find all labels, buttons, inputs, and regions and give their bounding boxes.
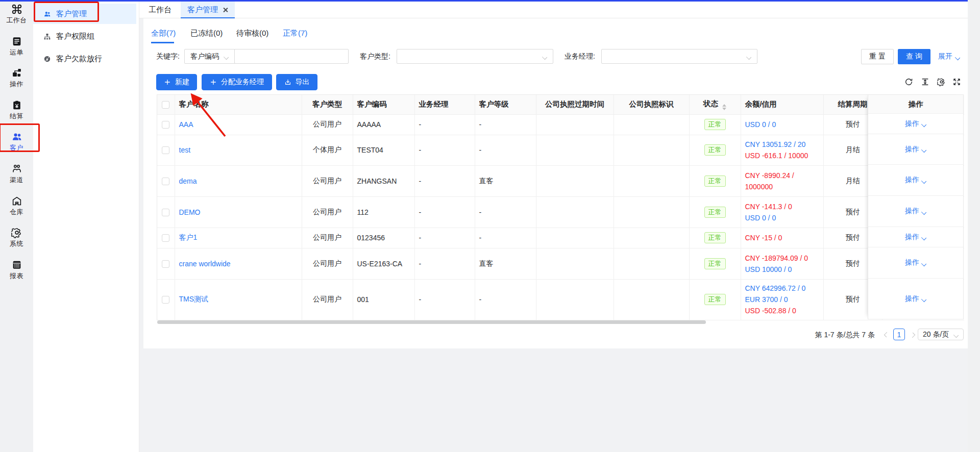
settings-icon[interactable] (937, 78, 946, 86)
balance-line: CNY 13051.92 / 20 (745, 139, 819, 150)
sidebar-item-1[interactable]: 客户管理 (33, 4, 136, 24)
customer-name-link[interactable]: dema (179, 177, 197, 185)
pagination-total: 第 1-7 条/总共 7 条 (815, 329, 875, 341)
status-badge: 正常 (704, 144, 726, 156)
sidebar-item-3[interactable]: 客户欠款放行 (33, 48, 136, 69)
balance-line: CNY -8990.24 / 1000000 (745, 170, 819, 192)
row-action-dropdown[interactable]: 操作 (905, 119, 926, 129)
manager-select[interactable] (601, 49, 757, 64)
cell-type: 公司用户 (302, 196, 353, 228)
customer-type-select[interactable] (397, 49, 553, 64)
status-tab-4[interactable]: 正常(7) (283, 28, 307, 39)
column-header-grade: 客户等级 (475, 95, 536, 114)
column-header-label: 结算周期 (838, 100, 868, 108)
expand-link[interactable]: 展开 (938, 49, 960, 64)
cell-text: 预付 (846, 295, 860, 303)
cell-checkbox (157, 165, 175, 196)
cell-balance: CNY 642996.72 / 0EUR 3700 / 0USD -502.88… (741, 279, 823, 320)
rail-item-6[interactable]: 渠道 (0, 161, 33, 193)
cell-balance: CNY -141.3 / 0USD 0 / 0 (741, 196, 823, 228)
table-row: AAA公司用户AAAAA--正常USD 0 / 0预付 (157, 114, 964, 135)
cell-license_expire (536, 135, 614, 165)
sort-icon[interactable] (722, 104, 726, 110)
rail-item-1[interactable]: 工作台 (0, 2, 33, 34)
workspace-tab-1[interactable]: 工作台 (139, 2, 181, 18)
chevron-down-icon (922, 261, 926, 265)
row-checkbox[interactable] (162, 234, 169, 242)
rail-item-2[interactable]: 运单 (0, 34, 33, 66)
sidebar-item-2[interactable]: 客户权限组 (33, 26, 136, 46)
close-icon[interactable] (223, 7, 228, 13)
customer-name-link[interactable]: crane worldwide (179, 260, 231, 268)
chevron-down-icon (922, 178, 926, 183)
fullscreen-icon[interactable] (952, 78, 961, 86)
customer-type-label: 客户类型: (360, 49, 390, 64)
sidebar-item-label: 客户管理 (56, 9, 87, 19)
row-action-dropdown[interactable]: 操作 (905, 145, 926, 154)
status-tab-2[interactable]: 已冻结(0) (190, 28, 223, 39)
refresh-icon[interactable] (904, 78, 913, 86)
action-cell: 操作 (868, 247, 963, 279)
cell-license_expire (536, 114, 614, 135)
table-row: dema公司用户ZHANGSAN-直客正常CNY -8990.24 / 1000… (157, 165, 964, 196)
rail-item-7[interactable]: 仓库 (0, 193, 33, 225)
table-horizontal-scrollbar[interactable] (157, 320, 706, 324)
column-height-icon[interactable] (921, 78, 929, 86)
workspace-tab-2[interactable]: 客户管理 (181, 2, 235, 18)
row-action-dropdown[interactable]: 操作 (905, 258, 926, 267)
row-checkbox[interactable] (162, 209, 169, 216)
action-label: 操作 (905, 175, 919, 185)
prev-page-button[interactable] (881, 329, 893, 341)
cell-text: - (419, 208, 422, 216)
reset-button[interactable]: 重 置 (861, 49, 894, 64)
page-size-select[interactable]: 20 条/页 (918, 329, 964, 340)
current-page-button[interactable]: 1 (893, 329, 905, 340)
row-checkbox[interactable] (162, 121, 169, 129)
column-header-name: 客户名称 (175, 95, 302, 114)
rail-item-4[interactable]: 结算 (0, 97, 33, 130)
balance-line: USD -616.1 / 10000 (745, 150, 819, 161)
row-action-dropdown[interactable]: 操作 (905, 233, 926, 242)
row-action-dropdown[interactable]: 操作 (905, 294, 926, 304)
app-root: 工作台运单操作结算客户渠道仓库系统报表 客户管理客户权限组客户欠款放行 工作台客… (0, 0, 980, 452)
workbench-icon (11, 3, 23, 15)
cell-balance: CNY -189794.09 / 0USD 10000 / 0 (741, 248, 823, 279)
row-action-dropdown[interactable]: 操作 (905, 207, 926, 216)
row-checkbox[interactable] (162, 296, 169, 304)
row-checkbox[interactable] (162, 146, 169, 154)
column-header-license_expire: 公司执照过期时间 (536, 95, 614, 114)
status-tab-active-underline (151, 42, 174, 43)
cell-text: US-E2163-CA (357, 260, 403, 268)
search-button[interactable]: 查 询 (898, 49, 930, 64)
column-header-label: 业务经理 (419, 100, 449, 108)
customers-icon (11, 131, 23, 143)
rail-item-8[interactable]: 系统 (0, 225, 33, 257)
rail-item-9[interactable]: 报表 (0, 257, 33, 289)
customer-name-link[interactable]: AAA (179, 120, 193, 129)
cell-text: 公司用户 (313, 120, 341, 128)
customer-name-link[interactable]: test (179, 146, 191, 154)
column-header-status[interactable]: 状态 (689, 95, 741, 114)
status-tab-3[interactable]: 待审核(0) (236, 28, 268, 39)
select-all-checkbox[interactable] (162, 101, 169, 109)
export-button[interactable]: 导出 (276, 74, 317, 90)
customer-name-link[interactable]: DEMO (179, 208, 201, 216)
status-tab-1[interactable]: 全部(7) (151, 28, 176, 39)
next-page-button[interactable] (905, 329, 918, 341)
customer-name-link[interactable]: TMS测试 (179, 295, 209, 303)
balance-line: USD 0 / 0 (745, 212, 819, 223)
sidebar-item-label: 客户欠款放行 (56, 54, 102, 64)
rail-item-3[interactable]: 操作 (0, 65, 33, 97)
keyword-field-select[interactable]: 客户编码 (184, 49, 235, 64)
row-checkbox[interactable] (162, 178, 169, 185)
cell-text: 001 (357, 295, 369, 304)
keyword-input[interactable] (234, 49, 349, 64)
new-button[interactable]: 新建 (156, 74, 197, 90)
assign-manager-button[interactable]: 分配业务经理 (202, 74, 272, 90)
status-badge: 正常 (704, 207, 726, 218)
row-checkbox[interactable] (162, 260, 169, 268)
customer-name-link[interactable]: 客户1 (179, 233, 198, 241)
row-action-dropdown[interactable]: 操作 (905, 175, 926, 185)
page-scrollbar-gutter[interactable] (968, 0, 980, 452)
rail-item-5[interactable]: 客户 (0, 129, 33, 161)
